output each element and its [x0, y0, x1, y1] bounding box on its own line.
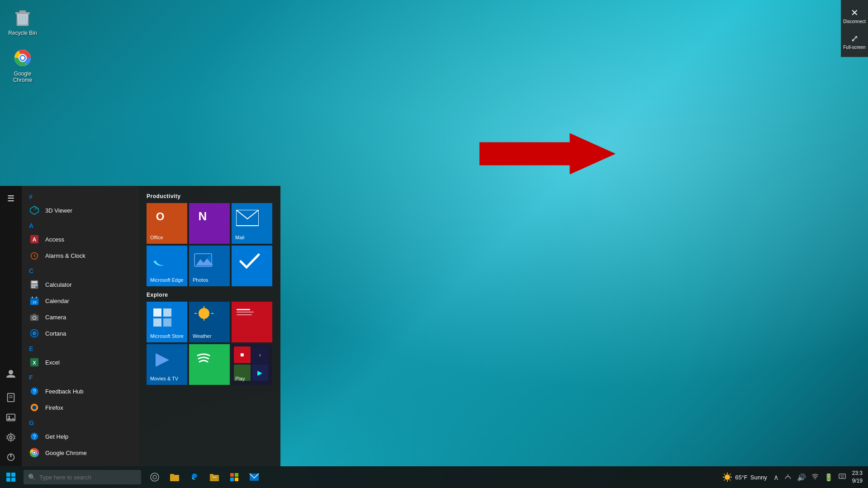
edge-taskbar-button[interactable]: [185, 466, 204, 488]
task-view-icon: [150, 473, 159, 482]
app-item-feedback[interactable]: ? Feedback Hub: [22, 383, 139, 399]
svg-rect-29: [32, 284, 33, 286]
app-item-calculator[interactable]: Calculator: [22, 276, 139, 293]
network-svg-icon: [784, 473, 792, 480]
task-view-button[interactable]: [145, 466, 165, 488]
svg-line-26: [34, 256, 36, 257]
app-item-access[interactable]: A Access: [22, 231, 139, 247]
user-avatar[interactable]: [2, 365, 20, 383]
disconnect-button[interactable]: ✕ Disconnect: [841, 4, 868, 28]
svg-rect-28: [32, 281, 38, 284]
section-g: G: [22, 416, 139, 428]
app-item-excel[interactable]: X Excel: [22, 354, 139, 370]
notification-chevron-icon[interactable]: ∧: [772, 471, 781, 483]
tile-weather[interactable]: Weather: [189, 302, 230, 342]
tile-movies-label: Movies & TV: [150, 376, 178, 381]
app-item-camera[interactable]: Camera: [22, 309, 139, 325]
app-item-calendar[interactable]: 19 Calendar: [22, 293, 139, 309]
3dviewer-icon: [29, 205, 40, 216]
weather-widget[interactable]: 65°F Sunny: [722, 472, 767, 482]
document-icon[interactable]: [2, 389, 20, 407]
taskbar-clock[interactable]: 23:3 9/19: [849, 469, 866, 485]
calculator-icon: [29, 279, 40, 290]
svg-point-49: [32, 405, 36, 409]
chrome-desktop-icon[interactable]: Google Chrome: [5, 45, 41, 85]
svg-rect-66: [153, 318, 161, 327]
svg-rect-40: [30, 315, 38, 321]
battery-icon[interactable]: 🔋: [822, 471, 835, 483]
tile-photos[interactable]: Photos: [189, 246, 230, 286]
app-item-chrome[interactable]: Google Chrome: [22, 445, 139, 461]
disconnect-x-icon: ✕: [851, 7, 859, 18]
svg-point-17: [9, 436, 12, 439]
svg-rect-78: [6, 473, 10, 477]
windows-logo-icon: [6, 473, 15, 482]
app-item-cortana[interactable]: Cortana: [22, 325, 139, 341]
svg-rect-81: [11, 478, 15, 482]
tile-play[interactable]: ■ ♪ ▶ Play: [232, 344, 272, 385]
tile-onenote[interactable]: N: [189, 203, 230, 244]
photos-icon[interactable]: [2, 408, 20, 426]
start-button[interactable]: [0, 466, 22, 488]
tile-office[interactable]: O Office: [147, 203, 187, 244]
store-taskbar-button[interactable]: [224, 466, 244, 488]
svg-rect-2: [19, 10, 26, 12]
feedback-icon: ?: [29, 386, 40, 397]
search-input[interactable]: [39, 474, 137, 481]
svg-point-104: [815, 479, 816, 479]
clock-date: 9/19: [852, 477, 863, 485]
app-name-cortana: Cortana: [45, 330, 66, 337]
mail-taskbar-button[interactable]: [244, 466, 264, 488]
tile-movies[interactable]: Movies & TV: [147, 344, 187, 385]
network-icon[interactable]: [783, 471, 793, 483]
svg-rect-31: [36, 284, 38, 286]
mail-taskbar-icon: [249, 473, 259, 481]
tile-spotify[interactable]: [189, 344, 230, 385]
svg-rect-67: [163, 318, 171, 327]
app-item-3dviewer[interactable]: 3D Viewer: [22, 202, 139, 218]
svg-rect-92: [235, 478, 238, 481]
tile-tasks[interactable]: [232, 246, 272, 286]
language-icon[interactable]: [837, 471, 848, 483]
volume-icon[interactable]: 🔊: [795, 471, 808, 483]
section-e: E: [22, 341, 139, 354]
app-item-firefox[interactable]: Firefox: [22, 399, 139, 416]
tile-play-label: Play: [235, 376, 245, 381]
tile-news[interactable]: [232, 302, 272, 342]
section-c: C: [22, 264, 139, 276]
recycle-bin-icon[interactable]: Recycle Bin: [5, 5, 41, 38]
productivity-section-title: Productivity: [147, 193, 273, 199]
svg-text:X: X: [33, 360, 36, 365]
search-bar[interactable]: 🔍: [24, 470, 141, 484]
svg-rect-84: [170, 475, 179, 481]
fullscreen-button[interactable]: ⤢ Full-screen: [841, 29, 868, 53]
section-a: A: [22, 218, 139, 231]
app-item-gethelp[interactable]: ? Get Help: [22, 428, 139, 445]
weather-condition: Sunny: [750, 474, 767, 481]
svg-rect-86: [210, 475, 219, 481]
svg-text:O: O: [156, 210, 165, 223]
power-icon[interactable]: [2, 448, 20, 466]
svg-line-101: [730, 474, 730, 475]
news-tile-icon: [234, 305, 256, 323]
settings-icon[interactable]: [2, 428, 20, 446]
tile-mail[interactable]: Mail: [232, 203, 272, 244]
tile-edge[interactable]: Microsoft Edge: [147, 246, 187, 286]
wifi-icon[interactable]: [810, 471, 821, 483]
tile-weather-label: Weather: [193, 333, 211, 339]
app-item-alarms[interactable]: Alarms & Clock: [22, 247, 139, 264]
file-manager-button[interactable]: [204, 466, 224, 488]
app-name-excel: Excel: [45, 359, 60, 366]
svg-point-55: [33, 452, 35, 454]
svg-rect-89: [230, 473, 234, 477]
svg-rect-105: [839, 474, 845, 479]
store-taskbar-icon: [230, 473, 239, 482]
tile-photos-label: Photos: [193, 277, 208, 283]
svg-text:19: 19: [33, 300, 36, 304]
svg-text:?: ?: [33, 389, 36, 395]
tile-msstore[interactable]: Microsoft Store: [147, 302, 187, 342]
hamburger-menu-button[interactable]: ☰: [2, 190, 20, 208]
alarms-icon: [29, 250, 40, 261]
file-explorer-button[interactable]: [165, 466, 185, 488]
fullscreen-label: Full-screen: [843, 45, 865, 50]
